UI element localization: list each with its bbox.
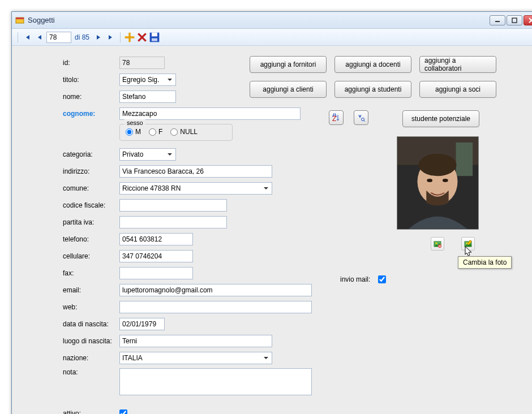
photo-tools xyxy=(431,237,475,251)
nazione-select[interactable]: ITALIA xyxy=(119,352,272,364)
svg-rect-1 xyxy=(16,18,24,19)
form-body: aggiungi a fornitori aggiungi a docenti … xyxy=(12,46,532,414)
minimize-button[interactable] xyxy=(490,15,505,25)
invio-mail-row: invio mail: xyxy=(340,275,386,283)
svg-point-11 xyxy=(362,118,364,121)
luogo-nascita-input[interactable] xyxy=(119,335,272,347)
svg-point-17 xyxy=(418,154,456,176)
svg-point-18 xyxy=(427,179,432,182)
attivo-label: attivo: xyxy=(63,409,119,414)
cellulare-label: cellulare: xyxy=(63,252,119,260)
svg-rect-3 xyxy=(512,18,517,23)
telefono-label: telefono: xyxy=(63,235,119,243)
categoria-select[interactable]: Privato xyxy=(119,148,176,161)
sort-az-button[interactable]: AZ xyxy=(329,110,344,125)
studente-potenziale-button[interactable]: studente potenziale xyxy=(402,110,479,127)
id-label: id: xyxy=(63,59,119,67)
codice-fiscale-label: codice fiscale: xyxy=(63,201,119,209)
indirizzo-label: indirizzo: xyxy=(63,167,119,175)
add-studenti-button[interactable]: aggiungi a studenti xyxy=(334,81,411,98)
add-collaboratori-button[interactable]: aggiungi a collaboratori xyxy=(419,56,496,73)
add-docenti-button[interactable]: aggiungi a docenti xyxy=(334,56,411,73)
sort-buttons: AZ xyxy=(329,110,368,125)
sesso-m-radio[interactable]: M xyxy=(126,128,141,136)
luogo-nascita-label: luogo di nascita: xyxy=(63,337,119,345)
window-title: Soggetti xyxy=(28,16,490,24)
titolo-select[interactable]: Egregio Sig. xyxy=(119,74,176,86)
sesso-f-radio[interactable]: F xyxy=(149,128,162,136)
window-controls xyxy=(490,15,532,25)
sesso-group: sesso M F NULL xyxy=(119,124,233,141)
fax-input[interactable] xyxy=(119,267,193,279)
fax-label: fax: xyxy=(63,269,119,277)
comune-label: comune: xyxy=(63,184,119,192)
change-photo-tooltip: Cambia la foto xyxy=(458,256,512,269)
nav-last-button[interactable] xyxy=(105,32,117,43)
save-record-button[interactable] xyxy=(149,32,160,43)
close-button[interactable] xyxy=(524,15,532,25)
comune-select[interactable]: Riccione 47838 RN xyxy=(119,182,272,195)
sesso-legend: sesso xyxy=(125,119,145,126)
web-input[interactable] xyxy=(119,301,312,313)
add-clienti-button[interactable]: aggiungi a clienti xyxy=(250,81,327,98)
cellulare-input[interactable] xyxy=(119,250,193,262)
window: Soggetti di 85 aggiungi a fornitori aggi… xyxy=(11,11,532,414)
partita-iva-label: partita iva: xyxy=(63,218,119,226)
delete-record-button[interactable] xyxy=(136,32,148,43)
web-label: web: xyxy=(63,303,119,311)
app-icon xyxy=(15,16,24,25)
attivo-checkbox[interactable] xyxy=(119,409,127,414)
change-photo-button[interactable] xyxy=(461,237,475,251)
categoria-label: categoria: xyxy=(63,150,119,158)
svg-rect-7 xyxy=(152,32,157,36)
add-soci-button[interactable]: aggiungi a soci xyxy=(419,81,496,98)
sesso-null-radio[interactable]: NULL xyxy=(170,128,198,136)
record-navigator: di 85 xyxy=(12,29,532,46)
svg-rect-15 xyxy=(456,143,473,176)
nota-label: nota: xyxy=(63,368,119,376)
svg-text:Z: Z xyxy=(332,115,336,122)
photo-box xyxy=(397,136,479,230)
titlebar: Soggetti xyxy=(12,12,532,29)
nav-prev-button[interactable] xyxy=(34,32,45,43)
nome-input[interactable] xyxy=(119,90,176,103)
cognome-label: cognome: xyxy=(63,110,119,118)
cognome-input[interactable] xyxy=(119,107,301,120)
delete-photo-button[interactable] xyxy=(431,237,444,251)
id-field xyxy=(119,57,165,69)
add-record-button[interactable] xyxy=(124,32,135,43)
data-nascita-label: data di nascita: xyxy=(63,320,119,328)
nazione-label: nazione: xyxy=(63,354,119,362)
svg-point-21 xyxy=(436,243,437,244)
maximize-button[interactable] xyxy=(507,15,522,25)
svg-point-19 xyxy=(443,179,448,182)
find-button[interactable] xyxy=(354,110,368,125)
codice-fiscale-input[interactable] xyxy=(119,199,227,212)
email-label: email: xyxy=(63,286,119,294)
data-nascita-input[interactable] xyxy=(119,318,165,330)
invio-mail-checkbox[interactable] xyxy=(378,275,386,283)
svg-line-12 xyxy=(364,120,365,122)
partita-iva-input[interactable] xyxy=(119,216,227,228)
add-fornitori-button[interactable]: aggiungi a fornitori xyxy=(250,56,327,73)
nav-count-label: di 85 xyxy=(72,33,92,41)
indirizzo-input[interactable] xyxy=(119,165,272,178)
nav-next-button[interactable] xyxy=(93,32,104,43)
invio-mail-label: invio mail: xyxy=(340,275,370,283)
nota-input[interactable] xyxy=(119,368,312,395)
add-to-group-buttons: aggiungi a fornitori aggiungi a docenti … xyxy=(250,56,496,98)
svg-rect-23 xyxy=(439,245,441,246)
nav-position-input[interactable] xyxy=(46,32,71,43)
telefono-input[interactable] xyxy=(119,233,193,245)
nav-first-button[interactable] xyxy=(22,32,33,43)
titolo-label: titolo: xyxy=(63,76,119,84)
nome-label: nome: xyxy=(63,93,119,101)
email-input[interactable] xyxy=(119,284,312,296)
svg-rect-8 xyxy=(152,38,157,41)
